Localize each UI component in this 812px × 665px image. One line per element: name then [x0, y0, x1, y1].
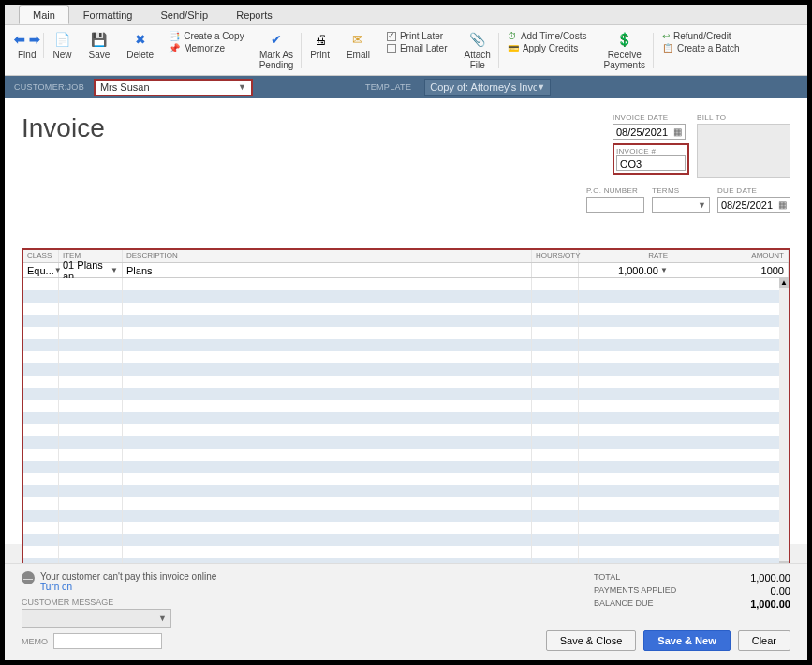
due-date-input[interactable]: 08/25/2021 ▦ — [717, 197, 790, 213]
create-copy-button[interactable]: 📑Create a Copy — [169, 31, 244, 41]
email-button[interactable]: ✉ Email — [341, 31, 376, 60]
time-icon: ⏱ — [508, 31, 517, 41]
col-hours[interactable]: HOURS/QTY — [532, 250, 579, 262]
toolbar: ⬅ ➡ Find 📄 New 💾 Save ✖ Delete 📑Create a… — [5, 25, 807, 76]
total-label: TOTAL — [594, 572, 620, 584]
col-amount[interactable]: AMOUNT — [672, 250, 789, 262]
cell-amount[interactable]: 1000 — [672, 263, 789, 277]
menu-tabs: Main Formatting Send/Ship Reports — [5, 5, 807, 25]
tab-main[interactable]: Main — [19, 5, 69, 24]
total-value: 1,000.00 — [750, 572, 790, 584]
mark-pending-icon: ✔ — [268, 31, 285, 48]
batch-icon: 📋 — [662, 43, 673, 53]
po-input[interactable] — [586, 197, 644, 213]
customer-bar: CUSTOMER:JOB Mrs Susan ▼ TEMPLATE Copy o… — [5, 76, 807, 98]
apply-credits-button[interactable]: 💳Apply Credits — [508, 43, 587, 53]
mark-pending-button[interactable]: ✔ Mark As Pending — [254, 31, 300, 70]
invoice-num-input[interactable]: OO3 — [616, 155, 686, 171]
calendar-icon[interactable]: ▦ — [673, 126, 682, 137]
find-button[interactable]: Find — [18, 50, 36, 60]
receive-payments-button[interactable]: 💲 Receive Payments — [598, 31, 650, 70]
email-icon: ✉ — [349, 31, 366, 48]
balance-label: BALANCE DUE — [594, 598, 654, 610]
tab-reports[interactable]: Reports — [222, 5, 287, 24]
invoice-date-input[interactable]: 08/25/2021 ▦ — [613, 124, 686, 140]
info-icon: — — [22, 571, 35, 584]
add-time-costs-button[interactable]: ⏱Add Time/Costs — [508, 31, 587, 41]
totals: TOTAL1,000.00 PAYMENTS APPLIED0.00 BALAN… — [594, 571, 790, 611]
scrollbar[interactable] — [779, 278, 789, 570]
po-label: P.O. NUMBER — [586, 186, 644, 195]
attach-button[interactable]: 📎 Attach File — [459, 31, 496, 70]
chevron-down-icon: ▼ — [111, 266, 118, 274]
checkbox-icon — [387, 44, 396, 53]
table-body[interactable]: ▲ ▼ — [23, 278, 789, 570]
memo-input[interactable] — [53, 633, 162, 649]
tab-formatting[interactable]: Formatting — [69, 5, 147, 24]
new-button[interactable]: 📄 New — [47, 31, 77, 60]
clear-button[interactable]: Clear — [738, 630, 790, 651]
invoice-date-label: INVOICE DATE — [613, 113, 689, 122]
header-fields: INVOICE DATE 08/25/2021 ▦ INVOICE # OO3 … — [613, 113, 790, 178]
table-row[interactable]: Equ...▼ 01 Plans an...▼ Plans 1,000.00 ▼… — [23, 263, 789, 278]
receive-icon: 💲 — [616, 31, 633, 48]
checkbox-checked-icon — [387, 32, 396, 41]
chevron-down-icon: ▼ — [658, 266, 668, 274]
table-header: CLASS ITEM DESCRIPTION HOURS/QTY RATE AM… — [23, 250, 789, 263]
col-dividers — [23, 278, 789, 570]
delete-button[interactable]: ✖ Delete — [121, 31, 159, 60]
email-later-checkbox[interactable]: Email Later — [387, 43, 448, 53]
chevron-down-icon: ▼ — [158, 613, 167, 623]
print-icon: 🖨 — [312, 31, 329, 48]
footer-buttons: Save & Close Save & New Clear — [546, 630, 790, 651]
customer-job-label: CUSTOMER:JOB — [14, 82, 84, 92]
calendar-icon[interactable]: ▦ — [778, 200, 787, 210]
template-select[interactable]: Copy of: Attorney's Invoice ▼ — [424, 79, 551, 96]
footer: — Your customer can't pay this invoice o… — [5, 563, 807, 660]
cell-item[interactable]: 01 Plans an...▼ — [59, 263, 123, 277]
tab-send-ship[interactable]: Send/Ship — [146, 5, 222, 24]
line-items-table: CLASS ITEM DESCRIPTION HOURS/QTY RATE AM… — [22, 248, 790, 572]
invoice-window: Main Formatting Send/Ship Reports ⬅ ➡ Fi… — [5, 5, 807, 660]
refund-icon: ↩ — [662, 31, 670, 41]
customer-message-select[interactable]: ▼ — [22, 609, 171, 628]
chevron-down-icon: ▼ — [698, 200, 706, 210]
find-group: ⬅ ➡ Find — [12, 31, 41, 60]
refund-credit-button[interactable]: ↩Refund/Credit — [662, 31, 740, 41]
due-date-label: DUE DATE — [717, 186, 790, 195]
create-batch-button[interactable]: 📋Create a Batch — [662, 43, 740, 53]
bill-to-input[interactable] — [697, 124, 790, 178]
memo-label: MEMO — [22, 637, 48, 646]
print-later-checkbox[interactable]: Print Later — [387, 31, 448, 41]
save-button[interactable]: 💾 Save — [82, 31, 115, 60]
payments-value: 0.00 — [771, 585, 790, 597]
balance-value: 1,000.00 — [750, 598, 790, 610]
online-pay-text: Your customer can't pay this invoice onl… — [40, 571, 216, 582]
cell-rate[interactable]: 1,000.00 ▼ — [579, 263, 672, 277]
cell-desc[interactable]: Plans — [123, 263, 532, 277]
col-rate[interactable]: RATE — [579, 250, 672, 262]
save-close-button[interactable]: Save & Close — [546, 630, 637, 651]
cell-hours[interactable] — [532, 263, 579, 277]
memorize-button[interactable]: 📌Memorize — [169, 43, 244, 53]
chevron-down-icon: ▼ — [537, 82, 545, 92]
print-button[interactable]: 🖨 Print — [304, 31, 335, 60]
terms-select[interactable]: ▼ — [652, 197, 710, 213]
invoice-body: Invoice INVOICE DATE 08/25/2021 ▦ INVOIC… — [5, 98, 807, 544]
col-class[interactable]: CLASS — [23, 250, 59, 262]
col-desc[interactable]: DESCRIPTION — [123, 250, 532, 262]
header-fields-2: P.O. NUMBER TERMS ▼ DUE DATE 08/25/2021 … — [586, 186, 790, 213]
chevron-down-icon: ▼ — [238, 82, 246, 92]
template-label: TEMPLATE — [365, 82, 411, 92]
scroll-up-icon[interactable]: ▲ — [779, 278, 789, 288]
nav-arrows-icon[interactable]: ⬅ ➡ — [19, 31, 36, 48]
invoice-num-label: INVOICE # — [616, 147, 686, 155]
bill-to-label: BILL TO — [697, 113, 790, 122]
turn-on-link[interactable]: Turn on — [40, 582, 216, 592]
save-new-button[interactable]: Save & New — [643, 630, 730, 651]
customer-job-select[interactable]: Mrs Susan ▼ — [94, 79, 253, 96]
cell-class[interactable]: Equ...▼ — [23, 263, 59, 277]
payments-label: PAYMENTS APPLIED — [594, 585, 676, 597]
invoice-num-highlight: INVOICE # OO3 — [613, 143, 689, 175]
attach-icon: 📎 — [469, 31, 486, 48]
